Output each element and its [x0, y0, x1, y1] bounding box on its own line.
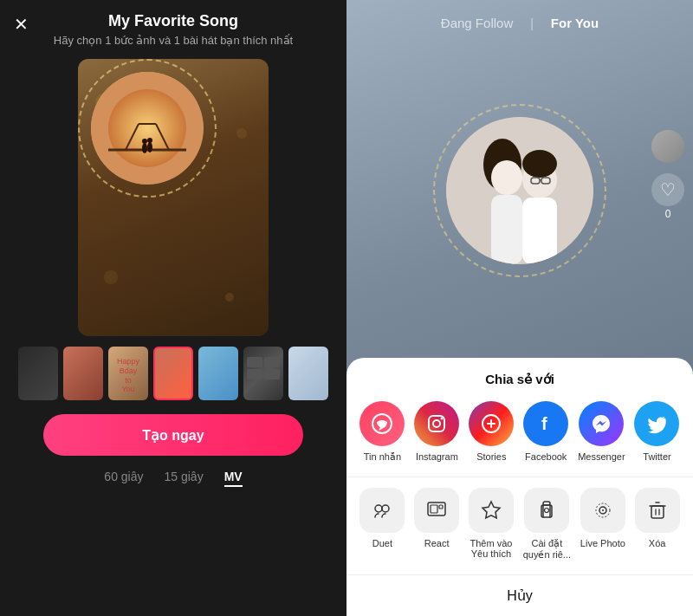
- svg-point-7: [147, 142, 152, 152]
- right-circle-container: [433, 104, 606, 277]
- svg-point-37: [602, 509, 604, 511]
- left-panel: ✕ My Favorite Song Hãy chọn 1 bức ảnh và…: [0, 0, 346, 616]
- react-label: React: [424, 538, 450, 548]
- main-preview: [78, 59, 269, 336]
- right-panel: Đang Follow | For You: [346, 0, 693, 616]
- create-button[interactable]: Tạo ngay: [43, 414, 303, 456]
- following-tab[interactable]: Đang Follow: [441, 16, 513, 30]
- action-xoa[interactable]: Xóa: [635, 488, 680, 561]
- cai-dat-label: Cài đặt quyền riê...: [523, 538, 571, 561]
- right-circle-photo: [446, 117, 593, 264]
- share-instagram[interactable]: Instagram: [414, 401, 459, 463]
- duet-label: Duet: [372, 538, 392, 548]
- thumb-6[interactable]: [243, 347, 283, 400]
- twitter-label: Twitter: [643, 451, 670, 462]
- thumb-5[interactable]: [198, 347, 238, 400]
- react-icon: [414, 488, 459, 533]
- action-live-photo[interactable]: Live Photo: [580, 488, 625, 561]
- messenger-icon: [579, 401, 624, 446]
- like-button[interactable]: ♡ 0: [651, 173, 684, 220]
- svg-point-6: [142, 143, 147, 153]
- action-cai-dat[interactable]: Cài đặt quyền riê...: [523, 488, 571, 561]
- them-vao-icon: [469, 488, 514, 533]
- cancel-button[interactable]: Hủy: [346, 574, 693, 616]
- right-header: Đang Follow | For You: [346, 0, 693, 39]
- them-vao-label: Thêm vào Yêu thích: [470, 538, 512, 559]
- bokeh-dot: [225, 293, 234, 302]
- live-photo-label: Live Photo: [580, 538, 625, 548]
- thumbnail-strip: HappyBdaytoYou: [18, 347, 328, 400]
- share-action-row: Duet React Thêm vào Yêu thích Cài đặt qu…: [346, 488, 693, 561]
- heart-icon: ♡: [651, 173, 684, 206]
- svg-point-23: [441, 418, 444, 420]
- facebook-icon: f: [523, 401, 568, 446]
- action-duet[interactable]: Duet: [359, 488, 405, 561]
- bridge-illustration: [91, 72, 204, 185]
- circle-ring-container: [78, 59, 217, 198]
- facebook-label: Facebook: [525, 451, 567, 462]
- svg-point-34: [545, 509, 549, 513]
- svg-point-15: [522, 150, 557, 178]
- share-messenger[interactable]: Messenger: [578, 401, 625, 463]
- svg-rect-38: [651, 506, 664, 518]
- thumb-7[interactable]: [288, 347, 328, 400]
- stories-label: Stories: [476, 451, 506, 462]
- share-twitter[interactable]: Twitter: [634, 401, 679, 463]
- bokeh-dot: [104, 270, 118, 284]
- tab-15s[interactable]: 15 giây: [165, 470, 204, 487]
- thumb-2[interactable]: [63, 347, 103, 400]
- action-them-vao[interactable]: Thêm vào Yêu thích: [469, 488, 514, 561]
- share-social-row: Tin nhắn Instagram Stories f Facebook: [346, 401, 693, 463]
- instagram-label: Instagram: [416, 451, 458, 462]
- twitter-icon: [634, 401, 679, 446]
- svg-marker-31: [483, 502, 500, 518]
- for-you-tab[interactable]: For You: [551, 16, 599, 30]
- share-facebook[interactable]: f Facebook: [523, 401, 568, 463]
- stories-icon: [469, 401, 514, 446]
- duration-tabs: 60 giây 15 giây MV: [104, 470, 242, 487]
- svg-point-8: [142, 139, 147, 144]
- svg-point-27: [382, 505, 389, 512]
- svg-point-26: [375, 505, 382, 512]
- svg-rect-13: [491, 195, 522, 264]
- circle-photo: [91, 72, 204, 185]
- bokeh-dot: [236, 128, 247, 139]
- xoa-label: Xóa: [649, 538, 666, 548]
- thumb-3[interactable]: HappyBdaytoYou: [108, 347, 148, 400]
- cai-dat-icon: [524, 488, 569, 533]
- svg-text:f: f: [541, 414, 547, 433]
- thumb-4-active[interactable]: [153, 347, 193, 400]
- action-react[interactable]: React: [414, 488, 459, 561]
- svg-point-22: [433, 420, 440, 427]
- live-photo-icon: [580, 488, 625, 533]
- share-divider: [346, 477, 693, 477]
- svg-point-1: [108, 89, 186, 167]
- tinnhan-label: Tin nhắn: [364, 451, 401, 463]
- left-title: My Favorite Song: [54, 12, 293, 30]
- tab-divider: |: [530, 16, 534, 30]
- left-header: My Favorite Song Hãy chọn 1 bức ảnh và 1…: [54, 12, 293, 47]
- share-sheet-title: Chia sẻ với: [346, 372, 693, 387]
- messenger-label: Messenger: [578, 451, 625, 462]
- duet-icon: [359, 488, 405, 533]
- instagram-icon: [414, 401, 459, 446]
- close-button[interactable]: ✕: [14, 14, 29, 35]
- tab-60s[interactable]: 60 giây: [104, 470, 143, 487]
- svg-rect-30: [439, 505, 443, 509]
- svg-rect-29: [431, 505, 437, 513]
- share-sheet: Chia sẻ với Tin nhắn Instagram Stories: [346, 358, 693, 616]
- couple-illustration: [446, 117, 593, 264]
- svg-point-12: [491, 160, 522, 195]
- share-stories[interactable]: Stories: [469, 401, 514, 463]
- like-count: 0: [665, 208, 671, 220]
- svg-rect-16: [522, 198, 557, 264]
- tab-mv[interactable]: MV: [224, 470, 243, 487]
- svg-point-9: [147, 138, 152, 143]
- share-tinnhan[interactable]: Tin nhắn: [359, 401, 405, 463]
- left-subtitle: Hãy chọn 1 bức ảnh và 1 bài hát bạn thíc…: [54, 34, 293, 47]
- avatar-small: [651, 130, 684, 163]
- tinnhan-icon: [359, 401, 405, 446]
- xoa-icon: [635, 488, 680, 533]
- thumb-1[interactable]: [18, 347, 58, 400]
